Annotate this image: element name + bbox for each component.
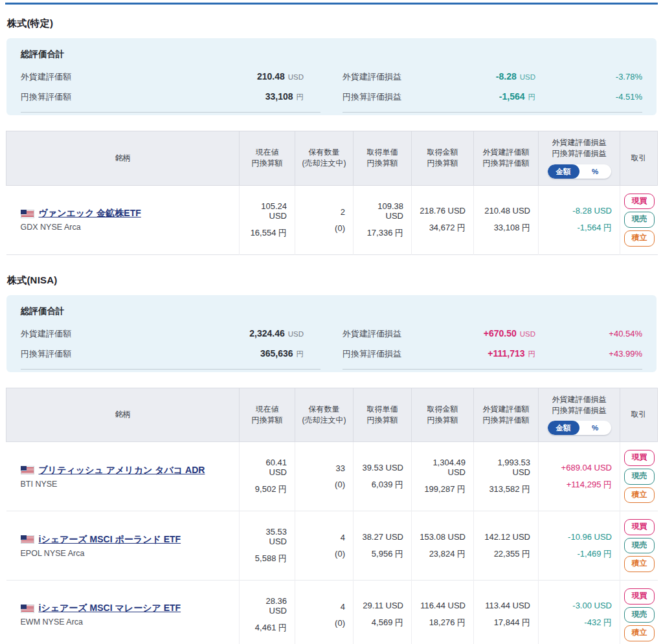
holding-row: iシェアーズ MSCI マレーシア ETF EWM NYSE Arca 28.3… xyxy=(6,580,658,644)
sell-button[interactable]: 現売 xyxy=(624,469,655,485)
stock-name-line: ブリティッシュ アメリカン タバコ ADR xyxy=(21,465,232,476)
section-title-tokutei: 株式(特定) xyxy=(7,17,663,30)
valuation-usd: 142.12 USD xyxy=(482,532,530,542)
stock-name-link[interactable]: iシェアーズ MSCI ポーランド ETF xyxy=(39,534,181,546)
sell-button[interactable]: 現売 xyxy=(624,607,655,623)
quantity-held: 4 xyxy=(303,602,345,612)
accumulate-button[interactable]: 積立 xyxy=(624,230,655,247)
buy-button[interactable]: 現買 xyxy=(624,588,655,605)
summary-pl-unit: USD xyxy=(520,330,535,338)
col-header-trade: 取引 xyxy=(620,131,658,186)
cost-usd: 116.44 USD xyxy=(420,601,466,610)
summary-value: 210.48USD xyxy=(257,71,320,82)
stock-name-cell: ブリティッシュ アメリカン タバコ ADR BTI NYSE xyxy=(6,442,240,511)
holdings-table-nisa: 銘柄 現在値円換算額 保有数量(売却注文中) 取得単価円換算額 取得金額円換算額… xyxy=(6,388,658,644)
col-header-quantity: 保有数量(売却注文中) xyxy=(295,388,354,442)
unit-cost-usd: 39.53 USD xyxy=(361,463,403,472)
valuation-cell: 113.44 USD17,844 円 xyxy=(474,580,539,644)
holding-row: ブリティッシュ アメリカン タバコ ADR BTI NYSE 60.41 USD… xyxy=(6,442,658,511)
header-line: 外貨建評価額 xyxy=(478,147,534,158)
cost-usd: 1,304.49 USD xyxy=(420,458,466,477)
pl-usd: -3.00 USD xyxy=(546,601,612,610)
quantity-held: 2 xyxy=(303,207,345,217)
buy-button[interactable]: 現買 xyxy=(624,519,655,535)
valuation-cell: 210.48 USD33,108 円 xyxy=(474,185,539,254)
current-price-usd: 105.24 USD xyxy=(247,201,287,221)
quantity-on-order: (0) xyxy=(303,223,345,233)
summary-label: 外貨建評価額 xyxy=(21,328,71,340)
current-price-usd: 35.53 USD xyxy=(247,527,287,546)
col-header-name: 銘柄 xyxy=(6,388,240,442)
stock-name-link[interactable]: iシェアーズ MSCI マレーシア ETF xyxy=(39,603,181,614)
us-flag-icon xyxy=(21,605,34,613)
pl-display-toggle[interactable]: 金額 % xyxy=(548,421,611,435)
summary-pl-value: +670.50USD xyxy=(484,328,535,339)
stock-name-link[interactable]: ヴァンエック 金鉱株ETF xyxy=(39,208,141,219)
header-line: 取得単価 xyxy=(357,147,407,158)
col-header-valuation: 外貨建評価額円換算評価額 xyxy=(474,388,539,442)
summary-pl-unit: 円 xyxy=(528,93,536,101)
acquisition-cost-cell: 218.76 USD34,672 円 xyxy=(412,185,474,254)
cost-jpy: 199,287 円 xyxy=(420,483,466,495)
trade-actions-cell: 現買 現売 積立 xyxy=(620,442,658,511)
header-line: 保有数量 xyxy=(299,147,349,158)
table-header-row: 銘柄 現在値円換算額 保有数量(売却注文中) 取得単価円換算額 取得金額円換算額… xyxy=(6,131,658,186)
accumulate-button[interactable]: 積立 xyxy=(624,625,655,641)
toggle-percent-option[interactable]: % xyxy=(579,421,611,435)
header-line: 円換算額 xyxy=(243,415,291,426)
accumulate-button[interactable]: 積立 xyxy=(624,556,655,572)
buy-button[interactable]: 現買 xyxy=(624,194,655,210)
stock-name-cell: iシェアーズ MSCI ポーランド ETF EPOL NYSE Arca xyxy=(6,511,240,581)
summary-card-tokutei: 総評価合計 外貨建評価額 210.48USD 円換算評価額 33,108円 外貨… xyxy=(6,38,657,115)
us-flag-icon xyxy=(21,535,34,544)
col-header-pl: 外貨建評価損益 円換算評価損益 金額 % xyxy=(539,131,620,186)
unit-cost-jpy: 4,569 円 xyxy=(361,617,403,628)
current-price-jpy: 16,554 円 xyxy=(247,227,287,239)
quantity-on-order: (0) xyxy=(303,549,345,559)
summary-pl-value: -1,564円 xyxy=(499,91,535,102)
summary-value: 365,636円 xyxy=(260,348,320,359)
buy-button[interactable]: 現買 xyxy=(624,450,655,466)
valuation-jpy: 22,355 円 xyxy=(482,548,530,560)
summary-value: 2,324.46USD xyxy=(249,328,320,339)
toggle-amount-option[interactable]: 金額 xyxy=(548,164,579,179)
quantity-cell: 4(0) xyxy=(295,511,354,581)
pl-display-toggle[interactable]: 金額 % xyxy=(548,164,611,179)
pl-usd: -8.28 USD xyxy=(546,206,612,216)
cost-usd: 153.08 USD xyxy=(420,532,466,542)
accumulate-button[interactable]: 積立 xyxy=(624,487,655,504)
quantity-held: 33 xyxy=(303,463,345,473)
summary-unit: USD xyxy=(288,330,304,338)
pl-jpy: +114,295 円 xyxy=(546,479,612,491)
summary-unit: 円 xyxy=(297,93,304,101)
col-header-unit-cost: 取得単価円換算額 xyxy=(354,388,412,442)
summary-grid: 外貨建評価額 2,324.46USD 円換算評価額 365,636円 外貨建評価… xyxy=(21,320,642,370)
summary-value: 33,108円 xyxy=(265,91,320,102)
unit-cost-usd: 29.11 USD xyxy=(361,601,403,610)
trade-actions-cell: 現買 現売 積立 xyxy=(620,511,658,581)
sell-button[interactable]: 現売 xyxy=(624,538,655,554)
col-header-pl: 外貨建評価損益 円換算評価損益 金額 % xyxy=(539,388,620,442)
header-line: 現在値 xyxy=(243,147,291,158)
col-header-cost: 取得金額円換算額 xyxy=(412,388,474,442)
cost-jpy: 18,276 円 xyxy=(420,617,466,628)
sell-button[interactable]: 現売 xyxy=(624,212,655,228)
unit-cost-cell: 38.27 USD5,956 円 xyxy=(354,511,412,581)
summary-row: 円換算評価損益 -1,564円 -4.51% xyxy=(343,91,642,103)
header-line: 円換算評価額 xyxy=(478,158,534,169)
toggle-percent-option[interactable]: % xyxy=(579,164,611,179)
cost-jpy: 34,672 円 xyxy=(420,222,466,234)
summary-row: 外貨建評価損益 +670.50USD +40.54% xyxy=(343,328,642,340)
summary-pl-value: -8.28USD xyxy=(496,71,535,82)
col-header-quantity: 保有数量(売却注文中) xyxy=(295,131,354,186)
pl-cell: -10.96 USD-1,469 円 xyxy=(539,511,620,581)
header-line: (売却注文中) xyxy=(299,158,349,169)
summary-label: 外貨建評価損益 xyxy=(343,71,401,83)
stock-name-link[interactable]: ブリティッシュ アメリカン タバコ ADR xyxy=(39,465,205,476)
unit-cost-cell: 29.11 USD4,569 円 xyxy=(354,580,412,644)
cost-jpy: 23,824 円 xyxy=(420,548,466,560)
summary-pl-amount: -1,564 xyxy=(499,91,525,102)
toggle-amount-option[interactable]: 金額 xyxy=(548,421,579,435)
summary-pl-column: 外貨建評価損益 +670.50USD +40.54% 円換算評価損益 +111,… xyxy=(343,320,642,370)
pl-usd: -10.96 USD xyxy=(546,532,612,542)
